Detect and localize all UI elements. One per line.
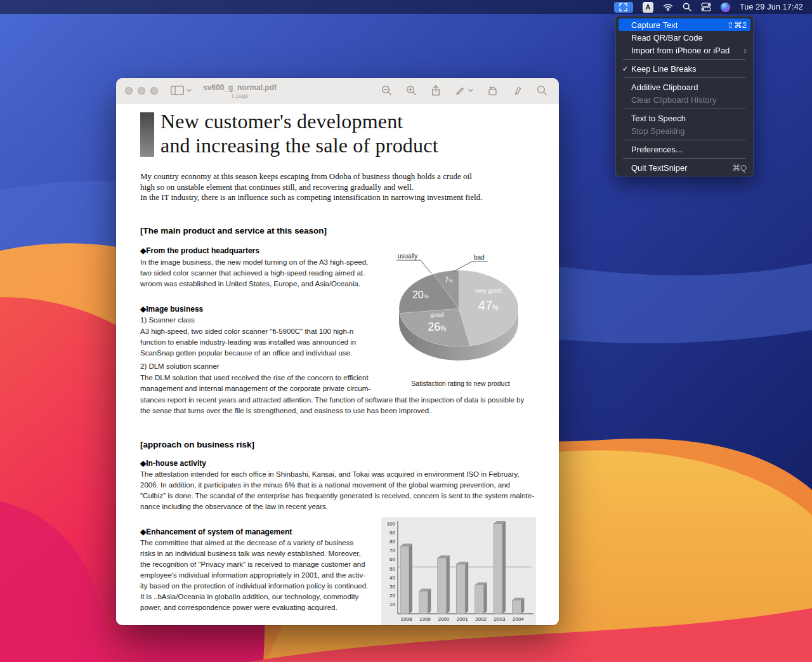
menu-item-label: Additive Clipboard xyxy=(631,83,747,92)
window-title: sv600_g_normal.pdf xyxy=(180,83,300,91)
menu-item-additive-clipboard[interactable]: Additive Clipboard xyxy=(619,81,750,93)
textsniper-menu: Capture Text⇧⌘2Read QR/Bar CodeImport fr… xyxy=(615,16,754,176)
menu-item-label: Stop Speaking xyxy=(631,126,747,136)
checkmark-icon: ✓ xyxy=(622,65,631,73)
menu-item-import-from-iphone-or-ipad[interactable]: Import from iPhone or iPad› xyxy=(619,44,750,56)
markup-pen-icon[interactable] xyxy=(455,86,465,96)
svg-text:good: good xyxy=(430,311,443,318)
menu-separator xyxy=(623,158,746,159)
document-title: New customer's development and increasin… xyxy=(160,109,438,157)
search-icon[interactable] xyxy=(537,85,547,96)
pie-chart-caption: Satisfaction rating to new product xyxy=(381,380,540,387)
dlm-solution-body-continued: stances report in recent years and attra… xyxy=(140,395,541,416)
menu-separator xyxy=(623,140,746,140)
pdf-page: New customer's development and increasin… xyxy=(116,104,559,625)
bar-chart-svg: 1020304050607080901001998199920002001200… xyxy=(381,517,536,626)
svg-text:40: 40 xyxy=(390,574,395,580)
share-icon[interactable] xyxy=(431,85,441,96)
section-heading-business-risk: [approach on business risk] xyxy=(140,440,541,449)
svg-text:90: 90 xyxy=(390,529,395,535)
menu-bar: A Tue 29 Jun 17:42 xyxy=(0,0,812,14)
svg-text:80: 80 xyxy=(390,538,395,544)
menu-item-label: Import from iPhone or iPad xyxy=(631,46,738,55)
spotlight-search-icon[interactable] xyxy=(683,3,691,11)
zoom-button[interactable] xyxy=(150,87,158,95)
zoom-out-icon[interactable] xyxy=(381,85,392,96)
window-title-block: sv600_g_normal.pdf 1 page xyxy=(180,83,300,98)
textsniper-capture-icon[interactable] xyxy=(614,2,633,13)
menu-item-label: Text to Speech xyxy=(631,114,747,123)
subheading-image-business: ◆Image business xyxy=(140,305,376,314)
textsniper-menu-items: Capture Text⇧⌘2Read QR/Bar CodeImport fr… xyxy=(615,18,754,174)
svg-text:10: 10 xyxy=(390,602,395,607)
menu-item-label: Capture Text xyxy=(631,20,722,30)
menu-item-preferences[interactable]: Preferences... xyxy=(619,143,750,156)
markup-chevron-icon[interactable] xyxy=(468,89,473,92)
menu-item-label: Keep Line Breaks xyxy=(631,64,747,74)
menu-item-keep-line-breaks[interactable]: ✓Keep Line Breaks xyxy=(619,62,750,75)
svg-text:30: 30 xyxy=(390,583,395,589)
svg-text:2001: 2001 xyxy=(457,616,468,622)
menu-item-quit-textsniper[interactable]: Quit TextSniper⌘Q xyxy=(619,161,750,174)
svg-text:1998: 1998 xyxy=(401,616,412,622)
window-titlebar[interactable]: sv600_g_normal.pdf 1 page xyxy=(116,78,559,103)
svg-text:2004: 2004 xyxy=(513,616,524,622)
enhancement-management-body: The committee that aimed at the decrease… xyxy=(140,538,374,613)
menu-item-shortcut: ⌘Q xyxy=(732,163,747,173)
svg-text:2003: 2003 xyxy=(494,616,506,622)
svg-text:bad: bad xyxy=(474,254,485,261)
control-center-icon[interactable] xyxy=(701,3,711,11)
highlighter-icon[interactable] xyxy=(513,86,523,96)
minimize-button[interactable] xyxy=(138,87,145,95)
dlm-solution-item: 2) DLM solution scanner xyxy=(140,361,376,372)
subheading-in-house-activity: ◆In-house activity xyxy=(140,459,541,468)
scanner-class-body: A3 high-speed, two sided color scanner "… xyxy=(140,326,376,359)
menu-item-stop-speaking: Stop Speaking xyxy=(619,124,750,137)
menu-item-label: Clear Clipboard History xyxy=(631,95,747,105)
document-title-line1: New customer's development xyxy=(160,110,403,133)
product-headquarters-body: In the image business, the new model tur… xyxy=(140,257,376,289)
satisfaction-pie-chart: very good47%good26%20%7%usuallybad Satis… xyxy=(381,248,540,394)
title-accent-bar xyxy=(140,112,154,157)
menu-item-clear-clipboard-history: Clear Clipboard History xyxy=(619,93,750,106)
svg-text:2002: 2002 xyxy=(475,616,487,622)
menu-bar-clock[interactable]: Tue 29 Jun 17:42 xyxy=(740,3,803,11)
svg-text:20: 20 xyxy=(390,593,395,599)
rotate-icon[interactable] xyxy=(487,86,499,96)
zoom-in-icon[interactable] xyxy=(406,85,417,96)
menu-bar-status-items: A Tue 29 Jun 17:42 xyxy=(614,0,812,14)
menu-item-read-qr-bar-code[interactable]: Read QR/Bar Code xyxy=(619,31,750,44)
input-source-a-icon[interactable]: A xyxy=(643,2,653,13)
document-title-line2: and increasing the sale of product xyxy=(160,134,438,157)
svg-text:very good: very good xyxy=(475,287,502,294)
section-heading-main-product: [The main product and service at this se… xyxy=(140,226,541,235)
submenu-chevron-icon: › xyxy=(743,46,747,55)
svg-text:2000: 2000 xyxy=(438,616,449,622)
page-count: 1 page xyxy=(180,92,300,98)
intro-paragraph: My country economy at this season keeps … xyxy=(140,171,541,203)
wifi-icon[interactable] xyxy=(663,3,673,11)
svg-text:50: 50 xyxy=(390,566,395,571)
menu-item-label: Read QR/Bar Code xyxy=(631,33,747,43)
sales-bar-chart: 1020304050607080901001998199920002001200… xyxy=(381,517,536,626)
in-house-activity-body: The attestation intended for each office… xyxy=(140,469,541,512)
window-controls xyxy=(116,87,158,95)
svg-text:100: 100 xyxy=(387,520,396,526)
svg-text:60: 60 xyxy=(390,557,395,562)
menu-item-capture-text[interactable]: Capture Text⇧⌘2 xyxy=(619,18,750,31)
pie-chart-svg: very good47%good26%20%7%usuallybad xyxy=(381,248,540,376)
menu-separator xyxy=(623,59,746,60)
menu-item-shortcut: ⇧⌘2 xyxy=(727,20,747,30)
close-button[interactable] xyxy=(125,87,133,95)
scanner-class-item: 1) Scanner class xyxy=(140,315,376,326)
siri-icon[interactable] xyxy=(721,3,730,12)
menu-item-label: Quit TextSniper xyxy=(631,163,727,173)
subheading-product-headquarters: ◆From the product headquarters xyxy=(140,246,376,256)
menu-item-text-to-speech[interactable]: Text to Speech xyxy=(619,112,750,124)
svg-text:1999: 1999 xyxy=(419,616,431,622)
menu-separator xyxy=(623,109,746,109)
svg-text:usually: usually xyxy=(398,253,417,260)
preview-window: sv600_g_normal.pdf 1 page xyxy=(116,78,559,625)
window-toolbar xyxy=(381,85,559,96)
menu-item-label: Preferences... xyxy=(631,145,747,154)
